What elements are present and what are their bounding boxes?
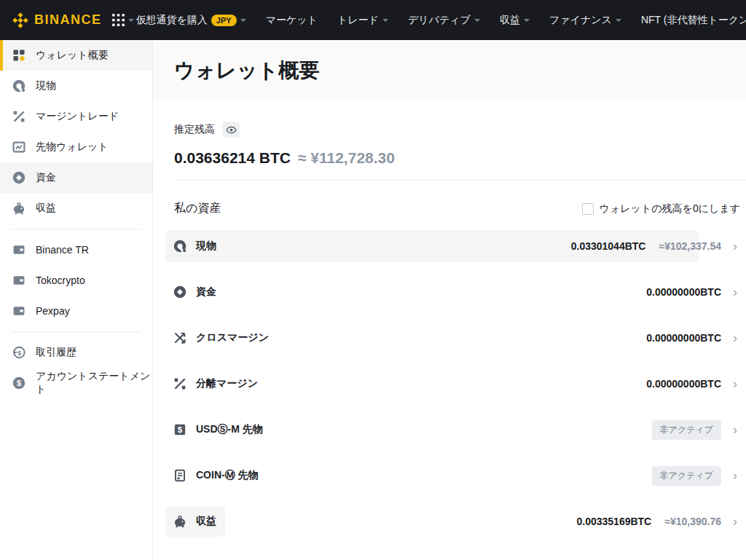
asset-btc-value: 0.00000000BTC: [646, 286, 721, 298]
asset-row-coinm-futures[interactable]: COIN-Ⓜ 先物 非アクティブ ›: [165, 460, 740, 492]
asset-row-isolated-margin[interactable]: 分離マージン 0.00000000BTC ›: [165, 368, 740, 400]
nav-item-buy-crypto[interactable]: 仮想通貨を購入 JPY: [136, 14, 246, 27]
asset-row-usdm-futures[interactable]: USDⓈ-M 先物 非アクティブ ›: [165, 414, 740, 446]
sidebar-item-pexpay[interactable]: Pexpay: [0, 296, 152, 326]
sidebar-item-spot[interactable]: 現物: [0, 71, 152, 101]
nav-item-label: ファイナンス: [549, 14, 612, 27]
nav-item-earn[interactable]: 収益: [500, 14, 530, 27]
chevron-down-icon: [240, 19, 246, 25]
my-assets-title: 私の資産: [174, 201, 221, 216]
binance-logo[interactable]: BINANCE: [12, 12, 102, 29]
nav-item-nft[interactable]: NFT (非代替性トークン) New: [641, 14, 746, 27]
sidebar-item-label: 現物: [36, 79, 56, 92]
chevron-down-icon: [128, 19, 134, 25]
top-navbar: BINANCE 仮想通貨を購入 JPY マーケット トレード デリバティブ 収益…: [0, 0, 746, 40]
asset-label: 分離マージン: [196, 377, 258, 390]
chevron-down-icon: [524, 19, 530, 25]
chevron-down-icon: [474, 19, 480, 25]
asset-list: 現物 0.03301044BTC ≈¥102,337.54 › 資金 0.000…: [165, 230, 740, 537]
chevron-right-icon: ›: [733, 469, 737, 482]
sidebar-item-funding[interactable]: 資金: [0, 162, 152, 193]
asset-btc-value: 0.00000000BTC: [646, 378, 721, 390]
nav-item-markets[interactable]: マーケット: [266, 14, 318, 27]
nav-item-label: NFT (非代替性トークン): [641, 14, 746, 27]
sidebar-item-futures-wallet[interactable]: 先物ウォレット: [0, 132, 152, 162]
asset-btc-value: 0.00335169BTC: [576, 516, 651, 527]
futures-wallet-icon: [12, 140, 26, 154]
asset-label: 収益: [196, 515, 216, 528]
asset-btc-value: 0.00000000BTC: [646, 332, 721, 344]
sidebar-item-margin-trade[interactable]: マージントレード: [0, 101, 152, 132]
sidebar-item-label: Pexpay: [36, 305, 70, 317]
nav-item-label: デリバティブ: [408, 14, 471, 27]
spot-icon: [173, 239, 187, 253]
chevron-right-icon: ›: [733, 240, 737, 253]
chevron-right-icon: ›: [733, 515, 737, 528]
inactive-badge: 非アクティブ: [652, 420, 721, 440]
binance-logo-icon: [12, 12, 29, 29]
funding-icon: [12, 170, 26, 185]
section-divider: [174, 180, 746, 181]
sidebar-item-wallet-overview[interactable]: ウォレット概要: [0, 40, 152, 71]
cross-margin-icon: [173, 331, 187, 345]
apps-grid-icon: [112, 14, 125, 26]
sidebar-item-label: Binance TR: [36, 244, 89, 256]
chevron-right-icon: ›: [733, 285, 737, 299]
asset-row-cross-margin[interactable]: クロスマージン 0.00000000BTC ›: [165, 322, 740, 354]
hide-zero-balance-toggle[interactable]: ウォレットの残高を0にします: [582, 202, 740, 216]
asset-row-earn[interactable]: 収益 0.00335169BTC ≈¥10,390.76 ›: [165, 505, 740, 537]
apps-grid-button[interactable]: [112, 14, 134, 26]
usdm-futures-icon: [173, 422, 187, 437]
margin-icon: [12, 109, 26, 124]
chevron-down-icon: [616, 19, 621, 25]
sidebar-item-label: 先物ウォレット: [36, 141, 109, 154]
nav-item-derivatives[interactable]: デリバティブ: [408, 14, 480, 27]
navbar-menu: 仮想通貨を購入 JPY マーケット トレード デリバティブ 収益 ファイナンス …: [136, 14, 746, 27]
sidebar-item-binance-tr[interactable]: Binance TR: [0, 234, 152, 265]
asset-fiat-value: ≈¥10,390.76: [664, 516, 721, 527]
sidebar-item-label: 取引履歴: [36, 346, 76, 359]
balance-fiat: ≈ ¥112,728.30: [298, 149, 395, 166]
funding-icon: [173, 285, 187, 299]
wallet-card-icon: [12, 304, 26, 318]
main-content: ウォレット概要 推定残高 0.03636214 BTC≈ ¥112,728.30…: [153, 40, 746, 560]
sidebar-item-label: アカウントステートメント: [36, 370, 152, 396]
nav-badge: JPY: [211, 15, 237, 26]
eye-icon: [226, 125, 237, 135]
sidebar-item-earn[interactable]: 収益: [0, 193, 152, 224]
chevron-right-icon: ›: [733, 377, 737, 390]
hide-zero-checkbox[interactable]: [582, 203, 594, 215]
balance-btc: 0.03636214 BTC: [174, 149, 291, 166]
title-band: ウォレット概要: [153, 40, 746, 101]
wallet-sidebar: ウォレット概要 現物 マージントレード 先物ウォレット 資金 収益 Binanc…: [0, 40, 153, 560]
hide-zero-label: ウォレットの残高を0にします: [600, 202, 740, 216]
sidebar-item-label: 収益: [36, 202, 56, 215]
estimated-balance-label: 推定残高: [174, 123, 215, 136]
statement-icon: [12, 376, 26, 390]
asset-label: 資金: [196, 285, 216, 299]
nav-item-finance[interactable]: ファイナンス: [549, 14, 621, 27]
nav-item-label: 収益: [500, 14, 520, 27]
toggle-balance-visibility-button[interactable]: [222, 122, 240, 138]
sidebar-item-account-statement[interactable]: アカウントステートメント: [0, 368, 152, 398]
asset-row-funding[interactable]: 資金 0.00000000BTC ›: [165, 276, 740, 308]
estimated-balance-value: 0.03636214 BTC≈ ¥112,728.30: [174, 149, 740, 167]
nav-item-label: 仮想通貨を購入: [136, 14, 208, 27]
asset-label: 現物: [196, 240, 216, 253]
asset-row-spot[interactable]: 現物 0.03301044BTC ≈¥102,337.54 ›: [165, 230, 740, 262]
asset-fiat-value: ≈¥102,337.54: [659, 240, 721, 252]
wallet-card-icon: [12, 242, 26, 257]
sidebar-item-transaction-history[interactable]: 取引履歴: [0, 337, 152, 368]
chevron-right-icon: ›: [733, 423, 737, 436]
history-icon: [12, 345, 26, 360]
sidebar-item-tokocrypto[interactable]: Tokocrypto: [0, 265, 152, 296]
chevron-down-icon: [382, 19, 388, 25]
earn-icon: [12, 201, 26, 216]
nav-item-trade[interactable]: トレード: [337, 14, 388, 27]
inactive-badge: 非アクティブ: [652, 466, 721, 486]
asset-label: USDⓈ-M 先物: [196, 423, 263, 436]
sidebar-item-label: Tokocrypto: [36, 275, 85, 286]
binance-logo-text: BINANCE: [34, 12, 102, 28]
wallet-card-icon: [12, 273, 26, 288]
chevron-right-icon: ›: [733, 331, 737, 344]
